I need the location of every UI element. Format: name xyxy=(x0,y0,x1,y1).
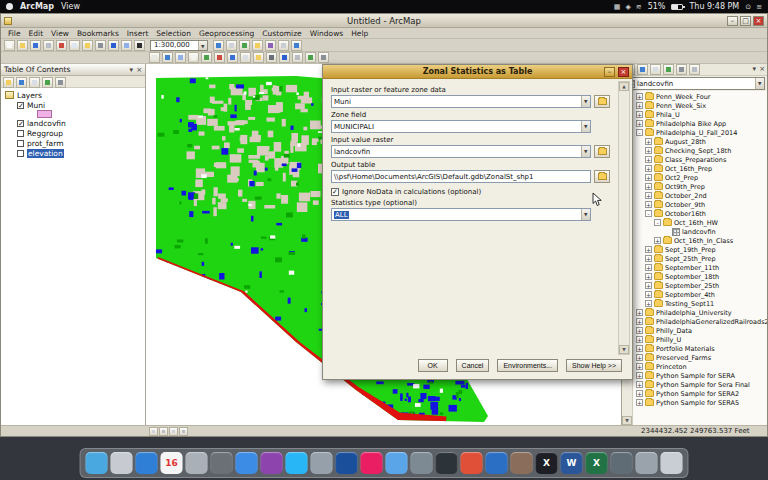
toc-toolbar-icon[interactable] xyxy=(42,77,53,88)
macos-app-menu[interactable]: ArcMap xyxy=(20,2,54,11)
expand-toggle-icon[interactable] xyxy=(636,120,643,127)
expand-toggle-icon[interactable] xyxy=(654,219,661,226)
expand-toggle-icon[interactable] xyxy=(645,246,652,253)
zone-field-combo[interactable]: MUNICIPALI xyxy=(331,120,591,133)
expand-toggle-icon[interactable] xyxy=(645,156,652,163)
expand-toggle-icon[interactable] xyxy=(636,327,643,334)
value-raster-browse-button[interactable] xyxy=(594,145,610,158)
catalog-tree-item[interactable]: Sept_19th_Prep xyxy=(633,245,767,254)
scroll-down-icon[interactable]: ▼ xyxy=(619,345,629,354)
catalog-tree-item[interactable]: Philly_Data xyxy=(633,326,767,335)
apple-menu-icon[interactable] xyxy=(6,3,13,10)
dropdown-arrow-icon[interactable] xyxy=(198,41,207,50)
toolbar-icon[interactable] xyxy=(291,40,302,51)
show-help-button[interactable]: Show Help >> xyxy=(566,359,622,372)
output-table-input[interactable]: \\psf\Home\Documents\ArcGIS\Default.gdb\… xyxy=(331,170,591,183)
expand-toggle-icon[interactable] xyxy=(636,93,643,100)
catalog-tree-item[interactable]: Philadelphia_U_Fall_2014 xyxy=(633,128,767,137)
dropdown-arrow-icon[interactable] xyxy=(581,209,590,220)
catalog-tree-item[interactable]: Sept_25th_Prep xyxy=(633,254,767,263)
menu-item[interactable]: File xyxy=(4,29,25,38)
expand-toggle-icon[interactable] xyxy=(645,282,652,289)
catalog-tree-item[interactable]: September_4th xyxy=(633,290,767,299)
dialog-close-button[interactable]: × xyxy=(618,67,629,77)
catalog-tree-item[interactable]: Oct9th_Prep xyxy=(633,182,767,191)
window-maximize-button[interactable]: □ xyxy=(740,16,751,26)
menu-item[interactable]: Customize xyxy=(258,29,305,38)
toc-toolbar-icon[interactable] xyxy=(29,77,40,88)
toolbar-icon[interactable] xyxy=(4,40,15,51)
catalog-tree-item[interactable]: Phila_U xyxy=(633,110,767,119)
catalog-tree-item[interactable]: Oct_16th_HW xyxy=(633,218,767,227)
dock-icon[interactable]: X xyxy=(586,452,608,474)
expand-toggle-icon[interactable] xyxy=(636,318,643,325)
layer-visibility-checkbox[interactable] xyxy=(17,120,24,127)
expand-toggle-icon[interactable] xyxy=(636,372,643,379)
ignore-nodata-checkbox[interactable] xyxy=(331,188,339,196)
menu-item[interactable]: View xyxy=(47,29,73,38)
ok-button[interactable]: OK xyxy=(418,359,448,372)
window-minimize-button[interactable]: – xyxy=(727,16,738,26)
dock-icon[interactable] xyxy=(386,452,408,474)
menubar-status-icon[interactable]: ≋ xyxy=(636,3,642,11)
toolbar-icon[interactable] xyxy=(188,52,199,63)
catalog-tree-item[interactable]: Python Sample for Sera Final xyxy=(633,380,767,389)
catalog-tree-item[interactable]: Penn_Week_Six xyxy=(633,101,767,110)
output-table-browse-button[interactable] xyxy=(594,170,610,183)
toolbar-icon[interactable] xyxy=(226,40,237,51)
window-titlebar[interactable]: Untitled - ArcMap – □ × xyxy=(1,14,767,28)
catalog-tree-item[interactable]: Python Sample for SERA2 xyxy=(633,389,767,398)
dock-icon[interactable] xyxy=(361,452,383,474)
catalog-tree-item[interactable]: Testing_Sept11 xyxy=(633,299,767,308)
dock-icon[interactable] xyxy=(261,452,283,474)
dock-icon[interactable]: 16 xyxy=(161,452,183,474)
panel-control-icon[interactable]: ▾ xyxy=(130,66,134,74)
catalog-tree-item[interactable]: August_28th xyxy=(633,137,767,146)
view-toggle-button[interactable] xyxy=(149,427,158,436)
map-scale-combo[interactable]: 1:300,000 xyxy=(150,40,208,51)
toolbar-icon[interactable] xyxy=(227,52,238,63)
toolbar-icon[interactable] xyxy=(43,40,54,51)
catalog-toolbar-icon[interactable] xyxy=(689,64,700,75)
dock-icon[interactable] xyxy=(436,452,458,474)
panel-control-icon[interactable]: ▾ xyxy=(753,65,757,74)
expand-toggle-icon[interactable] xyxy=(663,228,670,235)
catalog-tree-item[interactable]: Python Sample for SERA xyxy=(633,371,767,380)
catalog-tree-item[interactable]: Oct2_Prep xyxy=(633,173,767,182)
menubar-status-icon[interactable]: ◈ xyxy=(625,3,630,11)
layer-visibility-checkbox[interactable] xyxy=(17,140,24,147)
toolbar-icon[interactable] xyxy=(265,40,276,51)
toolbar-icon[interactable] xyxy=(56,40,67,51)
layer-symbol-swatch[interactable] xyxy=(1,110,145,118)
expand-toggle-icon[interactable] xyxy=(636,390,643,397)
toolbar-icon[interactable] xyxy=(292,52,303,63)
menu-item[interactable]: Help xyxy=(347,29,372,38)
dock-icon[interactable] xyxy=(486,452,508,474)
cancel-button[interactable]: Cancel xyxy=(456,359,490,372)
menubar-status-icon[interactable]: ▦ xyxy=(614,3,621,11)
toolbar-icon[interactable] xyxy=(121,40,132,51)
catalog-tree-item[interactable]: Philadelphia_University xyxy=(633,308,767,317)
dock-icon[interactable] xyxy=(461,452,483,474)
panel-control-icon[interactable]: × xyxy=(136,66,142,74)
toc-layer-row[interactable]: Muni xyxy=(1,100,145,110)
scroll-down-icon[interactable]: ▼ xyxy=(622,416,632,425)
dialog-minimize-button[interactable]: – xyxy=(604,67,615,77)
stats-type-combo[interactable]: ALL xyxy=(331,208,591,221)
scroll-up-icon[interactable]: ▲ xyxy=(619,82,629,91)
menu-item[interactable]: Geoprocessing xyxy=(195,29,258,38)
dialog-titlebar[interactable]: Zonal Statistics as Table – × xyxy=(323,65,632,79)
menubar-status-icon[interactable]: ≡ xyxy=(756,3,762,11)
toc-toolbar-icon[interactable] xyxy=(55,77,66,88)
catalog-tree-item[interactable]: October_9th xyxy=(633,200,767,209)
catalog-tree-item[interactable]: October16th xyxy=(633,209,767,218)
dropdown-arrow-icon[interactable] xyxy=(581,146,590,157)
catalog-toolbar-icon[interactable] xyxy=(676,64,687,75)
view-toggle-button[interactable] xyxy=(179,427,188,436)
menu-item[interactable]: Bookmarks xyxy=(73,29,123,38)
toolbar-icon[interactable] xyxy=(253,52,264,63)
dock-icon[interactable] xyxy=(236,452,258,474)
view-toggle-button[interactable] xyxy=(159,427,168,436)
catalog-tree-item[interactable]: Python Sample for SERA5 xyxy=(633,398,767,407)
menubar-clock[interactable]: Thu 9:48 PM xyxy=(689,2,739,11)
